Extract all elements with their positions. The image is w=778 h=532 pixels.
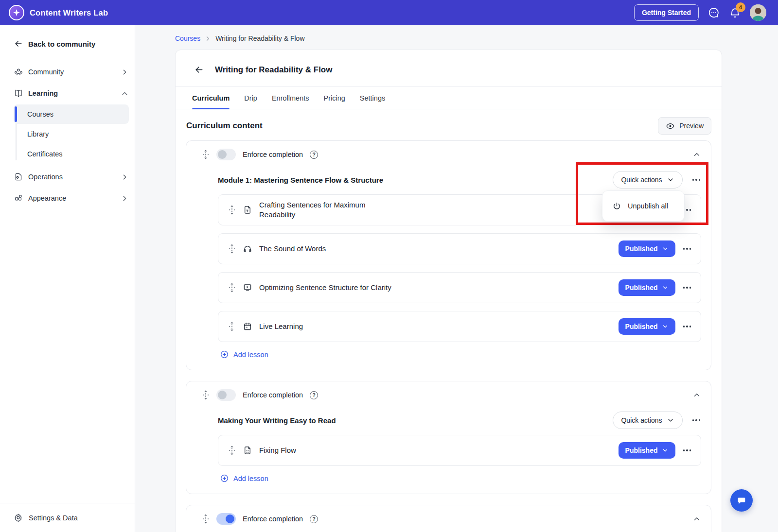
drag-handle-icon[interactable] [228,445,236,456]
main-content: Courses Writing for Readability & Flow W… [135,25,778,532]
drag-handle-icon[interactable] [228,282,236,293]
sparkle-logo-icon[interactable] [9,5,24,20]
chevron-down-icon [662,323,669,330]
eye-icon [666,121,675,131]
collapse-module-button[interactable] [692,150,701,159]
audio-lesson-icon [243,244,252,254]
course-card: Writing for Readability & Flow Curriculu… [175,50,722,532]
user-avatar[interactable] [750,4,766,21]
chat-launcher-button[interactable] [730,489,753,512]
published-label: Published [625,284,658,292]
text-lesson-icon [243,205,252,215]
arrow-left-icon [14,39,23,49]
chevron-up-icon [692,515,701,523]
module-more-button[interactable] [691,176,702,184]
sidebar-item-certificates[interactable]: Certificates [14,144,129,164]
plus-circle-icon [220,474,229,483]
drag-handle-icon[interactable] [228,321,236,332]
back-to-community-link[interactable]: Back to community [14,39,129,49]
enforce-completion-label: Enforce completion [243,391,303,399]
tab-drip[interactable]: Drip [244,87,257,109]
sidebar-item-operations-label: Operations [28,173,116,181]
help-icon[interactable]: ? [310,515,318,523]
published-status-button[interactable]: Published [619,279,675,296]
chevron-right-icon [121,68,129,76]
published-status-button[interactable]: Published [619,318,675,335]
sidebar-item-appearance[interactable]: Appearance [14,188,129,209]
drag-handle-icon[interactable] [202,514,210,524]
enforce-completion-toggle[interactable] [216,389,236,401]
collapse-module-button[interactable] [692,515,701,523]
sidebar-item-operations[interactable]: Operations [14,166,129,188]
module-card-1: Enforce completion ? Module 1: Mastering… [186,140,711,370]
tab-settings[interactable]: Settings [360,87,385,109]
preview-label: Preview [679,122,704,130]
lesson-title: Live Learning [259,322,303,331]
lesson-row-live-learning[interactable]: Live Learning Published [218,311,701,342]
lesson-row-sound-of-words[interactable]: The Sound of Words Published [218,233,701,264]
quick-actions-label: Quick actions [621,416,662,424]
enforce-completion-label: Enforce completion [243,151,303,158]
messenger-button[interactable] [707,6,720,19]
add-lesson-label: Add lesson [233,475,268,482]
help-icon[interactable]: ? [310,151,318,159]
add-lesson-link[interactable]: Add lesson [218,350,268,359]
add-lesson-link[interactable]: Add lesson [218,474,268,483]
lesson-row-optimizing-structure[interactable]: Optimizing Sentence Structure for Clarit… [218,272,701,303]
learning-icon [14,88,23,98]
module-card-3: Enforce completion ? [186,505,711,532]
sidebar: Back to community Community Learning Cou… [0,25,135,532]
drag-handle-icon[interactable] [202,390,210,400]
tab-enrollments[interactable]: Enrollments [272,87,309,109]
top-navbar: Content Writers Lab Getting Started 4 [0,0,778,25]
drag-handle-icon[interactable] [228,205,236,215]
sidebar-item-library[interactable]: Library [14,124,129,144]
tab-pricing[interactable]: Pricing [324,87,345,109]
lesson-more-button[interactable] [682,323,692,330]
enforce-completion-toggle[interactable] [216,149,236,160]
quick-actions-menu: Unpublish all [602,190,685,222]
power-icon [612,202,621,211]
tab-curriculum[interactable]: Curriculum [192,87,230,109]
sidebar-item-courses[interactable]: Courses [14,104,129,124]
preview-button[interactable]: Preview [658,117,711,135]
getting-started-button[interactable]: Getting Started [634,4,699,21]
sidebar-item-community[interactable]: Community [14,61,129,83]
lesson-title: The Sound of Words [259,244,326,254]
quick-actions-button[interactable]: Quick actions [613,412,682,429]
published-label: Published [625,323,658,330]
chevron-right-icon [204,35,212,42]
brand-title: Content Writers Lab [30,8,108,17]
lesson-more-button[interactable] [682,446,692,454]
chevron-up-icon [692,391,701,399]
published-status-button[interactable]: Published [619,442,675,459]
lesson-more-button[interactable] [682,245,692,253]
lesson-row-fixing-flow[interactable]: Fixing Flow Published [218,435,701,466]
published-status-button[interactable]: Published [619,240,675,257]
gear-icon [14,513,23,522]
curriculum-content-heading: Curriculum content [186,121,263,131]
module-more-button[interactable] [691,416,702,424]
drag-handle-icon[interactable] [228,243,236,254]
course-back-button[interactable] [194,65,204,75]
enforce-completion-toggle[interactable] [216,513,236,525]
help-icon[interactable]: ? [310,391,318,399]
add-lesson-label: Add lesson [233,351,268,359]
breadcrumb-courses-link[interactable]: Courses [175,34,200,42]
chevron-right-icon [121,194,129,203]
sidebar-item-learning[interactable]: Learning [14,83,129,104]
quick-actions-button[interactable]: Quick actions [613,171,682,189]
notifications-button[interactable]: 4 [729,7,741,19]
chevron-down-icon [662,245,669,252]
appearance-icon [14,193,23,203]
unpublish-all-menu-item[interactable]: Unpublish all [628,202,668,210]
collapse-module-button[interactable] [692,391,701,399]
sidebar-item-appearance-label: Appearance [28,194,116,202]
settings-and-data-link[interactable]: Settings & Data [0,503,135,532]
breadcrumb-current: Writing for Readability & Flow [215,34,304,42]
settings-and-data-label: Settings & Data [29,514,78,522]
drag-handle-icon[interactable] [202,149,210,160]
sidebar-item-certificates-label: Certificates [27,150,63,158]
chevron-down-icon [662,284,669,291]
lesson-more-button[interactable] [682,284,692,292]
